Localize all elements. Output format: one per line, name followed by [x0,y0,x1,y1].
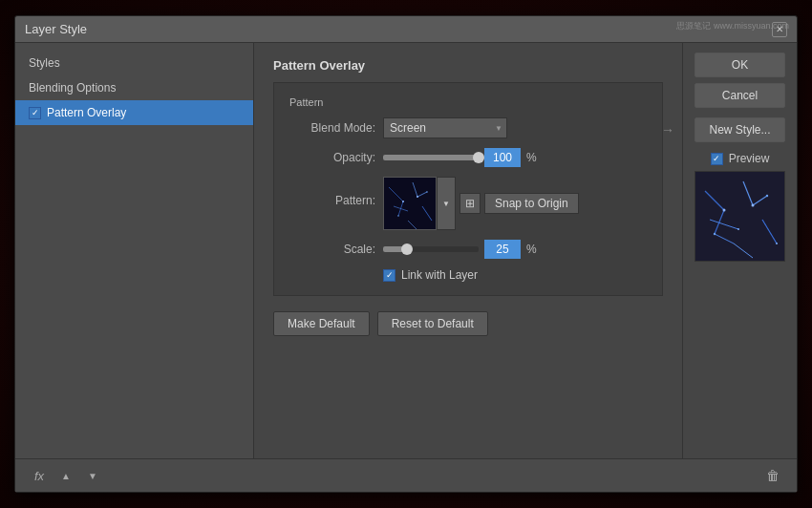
new-style-wrapper: → New Style... [694,117,785,142]
title-bar: Layer Style ✕ 思源笔记 www.missyuan.com [15,16,797,43]
preview-row: ✓ Preview [711,152,770,165]
preview-svg [695,172,785,262]
right-panel: OK Cancel → New Style... ✓ Preview [682,43,797,458]
move-up-icon[interactable]: ▲ [55,465,76,486]
pattern-dropdown-button[interactable]: ▼ [437,177,456,230]
dialog-body: Styles Blending Options ✓ Pattern Overla… [15,43,797,458]
opacity-input[interactable] [484,148,521,167]
opacity-slider-track[interactable] [383,155,479,160]
ok-button[interactable]: OK [694,53,785,77]
bottom-button-row: Make Default Reset to Default [273,311,663,336]
scale-slider-track[interactable] [383,246,479,252]
pattern-tools: ⊞ Snap to Origin [459,193,579,214]
pattern-preview[interactable] [383,177,437,230]
bottom-toolbar: fx ▲ ▼ 🗑 [15,458,797,492]
svg-rect-0 [384,178,437,230]
pattern-label: Pattern: [289,177,375,207]
preview-checkbox[interactable]: ✓ [711,153,723,165]
new-style-button[interactable]: New Style... [694,117,785,142]
sidebar: Styles Blending Options ✓ Pattern Overla… [15,43,254,458]
svg-point-23 [766,195,768,197]
pattern-overlay-checkbox[interactable]: ✓ [29,107,41,119]
svg-point-25 [737,228,739,230]
reset-to-default-button[interactable]: Reset to Default [377,311,488,336]
svg-point-10 [426,191,428,193]
opacity-slider-container: % [383,148,647,167]
opacity-row: Opacity: % [289,148,647,167]
opacity-slider-fill [383,155,479,160]
svg-point-26 [776,243,778,244]
svg-point-22 [752,204,755,207]
sub-section: Pattern Blend Mode: Screen Normal Multip… [273,82,663,296]
link-with-layer-label: Link with Layer [401,268,478,282]
pattern-svg [384,178,437,230]
link-with-layer-row: ✓ Link with Layer [383,268,647,282]
sidebar-item-pattern-overlay[interactable]: ✓ Pattern Overlay [15,100,253,125]
cancel-button[interactable]: Cancel [694,83,785,108]
preview-box [694,171,785,262]
scale-label: Scale: [289,243,375,256]
svg-point-21 [723,209,726,212]
blend-mode-select-wrapper: Screen Normal Multiply Overlay [383,117,507,138]
sub-section-title: Pattern [289,96,647,108]
pattern-stamp-icon[interactable]: ⊞ [459,193,481,214]
link-with-layer-checkbox[interactable]: ✓ [383,269,395,282]
dialog-title: Layer Style [25,22,87,36]
main-content: Pattern Overlay Pattern Blend Mode: Scre… [254,43,682,458]
pattern-selector: ▼ ⊞ Snap to Origin [383,177,579,230]
sidebar-item-styles[interactable]: Styles [15,51,253,75]
svg-point-11 [397,215,399,217]
scale-slider-thumb[interactable] [401,243,413,255]
svg-point-8 [402,201,404,202]
arrow-indicator: → [661,122,674,138]
svg-point-24 [714,233,716,235]
scale-input[interactable] [484,240,521,259]
move-down-icon[interactable]: ▼ [82,465,103,486]
opacity-percent: % [526,151,537,164]
delete-icon[interactable]: 🗑 [762,465,783,486]
fx-icon[interactable]: fx [29,465,50,486]
sidebar-item-blending-options[interactable]: Blending Options [15,75,253,100]
snap-to-origin-button[interactable]: Snap to Origin [484,193,579,214]
scale-row: Scale: % [289,240,647,259]
pattern-row: Pattern: [289,177,647,230]
blend-mode-label: Blend Mode: [289,121,375,135]
scale-slider-container: % [383,240,647,259]
layer-style-dialog: Layer Style ✕ 思源笔记 www.missyuan.com Styl… [14,15,798,493]
blend-mode-row: Blend Mode: Screen Normal Multiply Overl… [289,117,647,138]
toolbar-left: fx ▲ ▼ [29,465,103,486]
make-default-button[interactable]: Make Default [273,311,370,336]
scale-percent: % [526,243,537,256]
opacity-label: Opacity: [289,151,375,164]
section-title: Pattern Overlay [273,58,663,73]
opacity-slider-thumb[interactable] [473,152,484,163]
svg-point-9 [417,196,418,198]
blend-mode-select[interactable]: Screen Normal Multiply Overlay [383,117,507,138]
watermark: 思源笔记 www.missyuan.com [676,20,789,32]
preview-label-text: Preview [729,152,770,165]
